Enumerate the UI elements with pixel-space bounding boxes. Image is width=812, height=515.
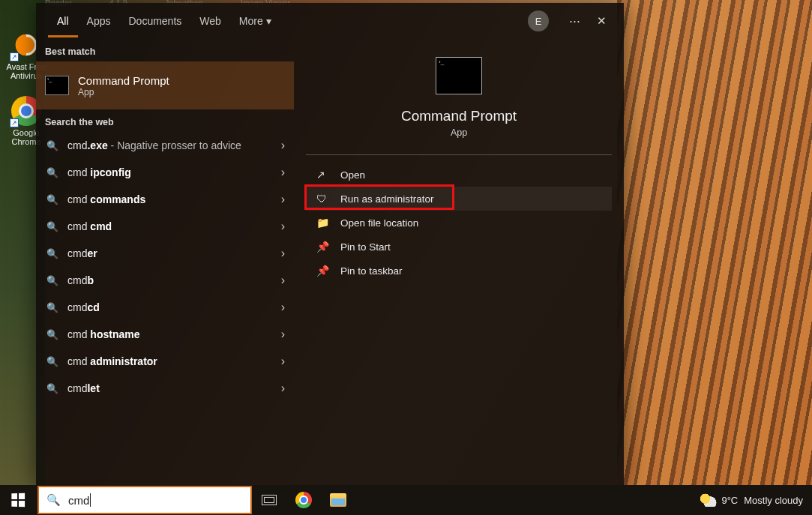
taskbar-app-explorer[interactable]	[321, 485, 355, 515]
suggestion-text: cmd ipconfig	[67, 166, 275, 178]
shortcut-badge-icon: ↗	[10, 118, 19, 127]
task-view-icon	[262, 495, 277, 505]
weather-temp: 9°C	[721, 495, 738, 506]
chevron-right-icon: ›	[275, 193, 285, 206]
wallpaper-right	[617, 0, 812, 485]
more-options-button[interactable]: ⋯	[564, 10, 585, 31]
taskbar-app-chrome[interactable]	[286, 485, 321, 515]
suggestion-text: cmd commands	[67, 193, 275, 205]
tab-all[interactable]: All	[48, 5, 78, 37]
chevron-right-icon: ›	[275, 139, 285, 152]
preview-action-open[interactable]: ↗Open	[306, 163, 612, 187]
preview-action-pin-to-taskbar[interactable]: 📌Pin to taskbar	[306, 259, 612, 283]
preview-subtitle: App	[306, 127, 612, 138]
suggestion-text: cmdlet	[67, 382, 275, 394]
search-query-text: cmd	[68, 494, 89, 507]
web-suggestion[interactable]: 🔍cmd administrator›	[36, 348, 294, 375]
chevron-right-icon: ›	[275, 328, 285, 341]
best-match-title: Command Prompt	[78, 74, 169, 87]
web-suggestion[interactable]: 🔍cmdcd›	[36, 294, 294, 321]
shortcut-badge-icon: ↗	[10, 52, 19, 61]
chevron-down-icon: ▾	[266, 15, 271, 27]
suggestion-text: cmd hostname	[67, 328, 275, 340]
preview-column: Command Prompt App ↗Open🛡Run as administ…	[294, 39, 624, 486]
tab-web[interactable]: Web	[190, 5, 230, 37]
suggestion-text: cmd.exe - Nagative prosser to advice	[67, 139, 275, 151]
search-icon: 🔍	[45, 221, 60, 232]
search-icon: 🔍	[45, 140, 60, 151]
weather-icon	[700, 493, 717, 507]
suggestion-text: cmd cmd	[67, 220, 275, 232]
best-match-result[interactable]: Command Prompt App	[36, 61, 294, 109]
preview-action-pin-to-start[interactable]: 📌Pin to Start	[306, 235, 612, 259]
chevron-right-icon: ›	[275, 220, 285, 233]
action-icon: 📁	[316, 217, 333, 229]
search-icon: 🔍	[46, 493, 61, 507]
web-suggestion[interactable]: 🔍cmd cmd›	[36, 213, 294, 240]
chevron-right-icon: ›	[275, 274, 285, 287]
preview-app-icon	[436, 57, 482, 94]
chevron-right-icon: ›	[275, 247, 285, 260]
taskbar: 🔍 cmd 9°C Mostly cloudy	[0, 485, 812, 515]
weather-desc: Mostly cloudy	[744, 495, 803, 506]
suggestion-text: cmd administrator	[67, 355, 275, 367]
taskbar-search-box[interactable]: 🔍 cmd	[37, 486, 252, 514]
action-label: Pin to taskbar	[340, 265, 403, 277]
web-suggestion[interactable]: 🔍cmd.exe - Nagative prosser to advice›	[36, 132, 294, 159]
search-web-heading: Search the web	[36, 109, 294, 132]
chrome-icon	[295, 492, 312, 508]
search-icon: 🔍	[45, 356, 60, 367]
web-suggestion[interactable]: 🔍cmder›	[36, 240, 294, 267]
action-icon: 🛡	[316, 193, 333, 205]
action-icon: 📌	[316, 265, 333, 277]
chevron-right-icon: ›	[275, 382, 285, 395]
suggestion-text: cmdcd	[67, 301, 275, 313]
action-icon: 📌	[316, 241, 333, 253]
search-icon: 🔍	[45, 329, 60, 340]
web-suggestion[interactable]: 🔍cmd commands›	[36, 186, 294, 213]
start-button[interactable]	[0, 485, 36, 515]
tab-apps[interactable]: Apps	[78, 5, 120, 37]
divider	[306, 154, 612, 155]
system-tray[interactable]: 9°C Mostly cloudy	[700, 493, 812, 507]
user-avatar[interactable]: E	[528, 10, 549, 31]
file-explorer-icon	[330, 493, 346, 507]
suggestion-text: cmdb	[67, 274, 275, 286]
best-match-subtitle: App	[78, 87, 169, 97]
chevron-right-icon: ›	[275, 301, 285, 314]
search-icon: 🔍	[45, 248, 60, 259]
web-suggestion[interactable]: 🔍cmdlet›	[36, 375, 294, 402]
best-match-heading: Best match	[36, 39, 294, 61]
suggestion-text: cmder	[67, 247, 275, 259]
search-icon: 🔍	[45, 383, 60, 394]
action-label: Open	[340, 169, 365, 181]
results-column: Best match Command Prompt App Search the…	[36, 39, 294, 486]
action-label: Run as administrator	[340, 193, 434, 205]
preview-action-open-file-location[interactable]: 📁Open file location	[306, 211, 612, 235]
chevron-right-icon: ›	[275, 355, 285, 368]
task-view-button[interactable]	[252, 485, 286, 515]
cmd-icon	[45, 76, 69, 95]
chevron-right-icon: ›	[275, 166, 285, 179]
web-suggestion[interactable]: 🔍cmd hostname›	[36, 321, 294, 348]
preview-title: Command Prompt	[306, 108, 612, 124]
search-icon: 🔍	[45, 194, 60, 205]
tab-documents[interactable]: Documents	[119, 5, 190, 37]
web-suggestion[interactable]: 🔍cmdb›	[36, 267, 294, 294]
action-icon: ↗	[316, 169, 333, 181]
search-icon: 🔍	[45, 167, 60, 178]
search-icon: 🔍	[45, 302, 60, 313]
windows-logo-icon	[11, 493, 25, 507]
action-label: Open file location	[340, 217, 418, 229]
preview-action-run-as-administrator[interactable]: 🛡Run as administrator	[306, 187, 612, 211]
start-search-panel: All Apps Documents Web More ▾ E ⋯ ✕ Best…	[36, 3, 624, 486]
close-button[interactable]: ✕	[591, 10, 612, 31]
action-label: Pin to Start	[340, 241, 391, 253]
tab-more[interactable]: More ▾	[230, 5, 280, 37]
search-tabs: All Apps Documents Web More ▾ E ⋯ ✕	[36, 3, 624, 39]
search-icon: 🔍	[45, 275, 60, 286]
web-suggestion[interactable]: 🔍cmd ipconfig›	[36, 159, 294, 186]
